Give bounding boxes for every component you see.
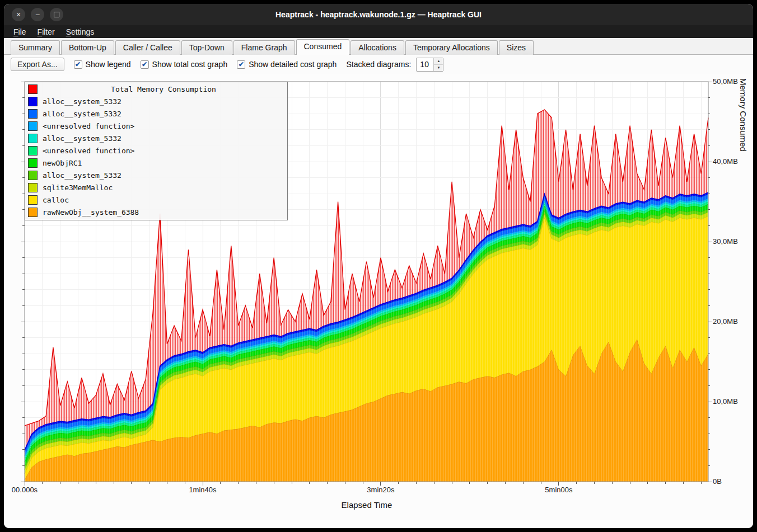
legend-label: rawNewObj__system_6388 bbox=[43, 208, 139, 216]
legend-entry[interactable]: <unresolved function> bbox=[25, 120, 287, 132]
legend-entry[interactable]: alloc__system_5332 bbox=[25, 95, 287, 107]
legend-entry[interactable]: alloc__system_5332 bbox=[25, 169, 287, 181]
checkbox-icon: ✔ bbox=[141, 60, 149, 69]
legend-swatch bbox=[28, 208, 38, 217]
stacked-diagrams-label: Stacked diagrams: bbox=[346, 60, 411, 69]
minimize-icon: − bbox=[35, 11, 40, 18]
legend-entry[interactable]: newObjRC1 bbox=[25, 157, 287, 169]
maximize-button[interactable] bbox=[50, 8, 63, 21]
tab-sizes[interactable]: Sizes bbox=[499, 40, 534, 55]
close-button[interactable]: × bbox=[12, 8, 25, 21]
legend-label: alloc__system_5332 bbox=[43, 110, 122, 118]
y-tick-label: 40,0MB bbox=[713, 157, 738, 166]
tab-caller-callee[interactable]: Caller / Callee bbox=[115, 40, 180, 55]
tab-bar: SummaryBottom-UpCaller / CalleeTop-DownF… bbox=[4, 38, 753, 55]
export-as-button[interactable]: Export As... bbox=[11, 58, 64, 71]
spin-up-icon[interactable]: ▲ bbox=[434, 58, 443, 65]
legend-entry[interactable]: alloc__system_5332 bbox=[25, 132, 287, 144]
checkbox-icon: ✔ bbox=[74, 60, 82, 69]
checkbox-label: Show detailed cost graph bbox=[249, 60, 337, 69]
legend-swatch bbox=[28, 97, 38, 106]
menu-filter[interactable]: Filter bbox=[32, 27, 60, 37]
y-tick-label: 0B bbox=[713, 477, 722, 486]
stacked-diagrams-spinbox[interactable]: 10 ▲ ▼ bbox=[416, 58, 443, 72]
titlebar: × − Heaptrack - heaptrack.wakunode.1.gz … bbox=[4, 4, 753, 25]
x-tick-label: 5min00s bbox=[534, 486, 584, 494]
tab-consumed[interactable]: Consumed bbox=[296, 39, 350, 55]
checkbox-label: Show total cost graph bbox=[152, 60, 228, 69]
y-tick-label: 10,0MB bbox=[713, 397, 738, 406]
app-window: × − Heaptrack - heaptrack.wakunode.1.gz … bbox=[4, 4, 753, 528]
stacked-diagrams-value: 10 bbox=[417, 58, 433, 71]
tab-temporary-allocations[interactable]: Temporary Allocations bbox=[405, 40, 498, 55]
window-title: Heaptrack - heaptrack.wakunode.1.gz — He… bbox=[4, 10, 753, 19]
legend-swatch bbox=[28, 146, 38, 156]
tab-allocations[interactable]: Allocations bbox=[351, 40, 404, 55]
tab-summary[interactable]: Summary bbox=[11, 40, 60, 55]
legend-swatch bbox=[28, 121, 38, 131]
legend-label: alloc__system_5332 bbox=[43, 171, 122, 180]
legend-label: <unresolved function> bbox=[43, 122, 134, 130]
checkbox-show-total-cost-graph[interactable]: ✔Show total cost graph bbox=[141, 60, 228, 69]
chart-area: Total Memory Consumptionalloc__system_53… bbox=[4, 74, 753, 528]
legend-entry[interactable]: rawNewObj__system_6388 bbox=[25, 206, 287, 218]
legend-swatch bbox=[28, 183, 38, 192]
legend-entry[interactable]: alloc__system_5332 bbox=[25, 107, 287, 120]
maximize-icon bbox=[54, 12, 59, 17]
x-axis-title: Elapsed Time bbox=[311, 500, 423, 510]
legend-label: alloc__system_5332 bbox=[43, 134, 122, 143]
checkbox-show-detailed-cost-graph[interactable]: ✔Show detailed cost graph bbox=[237, 60, 337, 69]
x-tick-label: 1min40s bbox=[177, 486, 228, 494]
x-tick-label: 3min20s bbox=[356, 486, 406, 494]
legend-label: alloc__system_5332 bbox=[43, 97, 122, 106]
legend-entry[interactable]: <unresolved function> bbox=[25, 144, 287, 157]
legend-swatch bbox=[28, 171, 38, 180]
checkbox-label: Show legend bbox=[86, 60, 131, 69]
legend-swatch bbox=[28, 195, 38, 205]
legend-entry[interactable]: sqlite3MemMalloc bbox=[25, 181, 287, 194]
legend-title-row[interactable]: Total Memory Consumption bbox=[25, 83, 287, 95]
menu-settings[interactable]: Settings bbox=[61, 27, 100, 37]
legend-swatch bbox=[28, 158, 38, 168]
y-tick-label: 30,0MB bbox=[713, 237, 738, 246]
checkbox-group: ✔Show legend✔Show total cost graph✔Show … bbox=[74, 60, 337, 69]
legend-swatch bbox=[28, 84, 38, 94]
y-tick-label: 20,0MB bbox=[713, 317, 738, 326]
chart-legend[interactable]: Total Memory Consumptionalloc__system_53… bbox=[25, 82, 288, 220]
close-icon: × bbox=[16, 11, 21, 18]
toolbar: Export As... ✔Show legend✔Show total cos… bbox=[4, 55, 753, 74]
spin-down-icon[interactable]: ▼ bbox=[434, 65, 443, 71]
legend-label: newObjRC1 bbox=[43, 159, 82, 167]
legend-label: Total Memory Consumption bbox=[43, 85, 284, 93]
checkbox-icon: ✔ bbox=[237, 60, 245, 69]
legend-label: sqlite3MemMalloc bbox=[43, 183, 113, 192]
checkbox-show-legend[interactable]: ✔Show legend bbox=[74, 60, 131, 69]
spinner-buttons: ▲ ▼ bbox=[433, 58, 443, 71]
x-tick-label: 00.000s bbox=[4, 486, 50, 494]
menu-file[interactable]: File bbox=[8, 27, 31, 37]
tab-bottom-up[interactable]: Bottom-Up bbox=[61, 40, 114, 55]
window-controls: × − bbox=[12, 8, 63, 21]
legend-label: <unresolved function> bbox=[43, 147, 134, 155]
legend-swatch bbox=[28, 109, 38, 119]
legend-entry[interactable]: calloc bbox=[25, 194, 287, 206]
menubar: FileFilterSettings bbox=[4, 25, 753, 38]
legend-label: calloc bbox=[43, 196, 69, 204]
tab-flame-graph[interactable]: Flame Graph bbox=[233, 40, 295, 55]
y-tick-label: 50,0MB bbox=[713, 77, 738, 86]
legend-swatch bbox=[28, 134, 38, 143]
y-axis-title: Memory Consumed bbox=[739, 78, 748, 478]
tab-top-down[interactable]: Top-Down bbox=[181, 40, 232, 55]
minimize-button[interactable]: − bbox=[31, 8, 44, 21]
